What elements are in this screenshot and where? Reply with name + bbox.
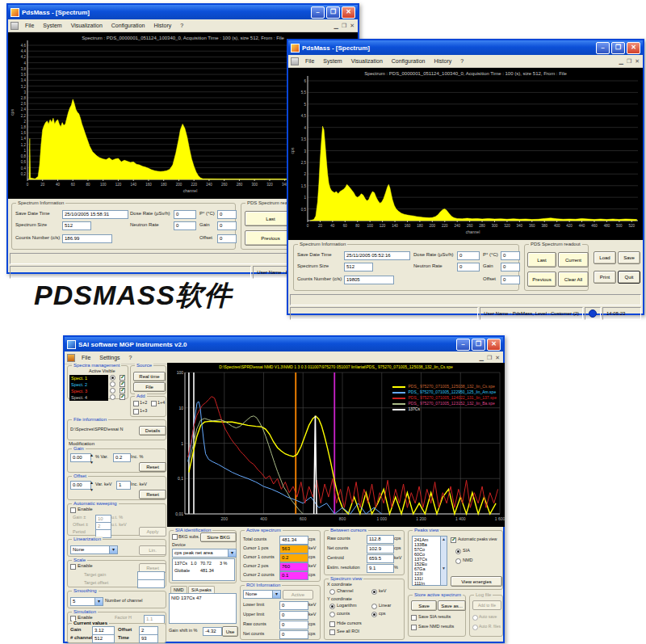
spectrum-size-field[interactable]: 512 xyxy=(62,221,91,230)
print-button[interactable]: Print xyxy=(594,271,616,284)
spect-1-active-radio[interactable] xyxy=(110,375,115,381)
spect-3-row[interactable]: Spect. 3 xyxy=(69,388,108,394)
file-button[interactable]: File xyxy=(133,382,166,392)
add-1-4-checkbox[interactable] xyxy=(151,401,157,406)
offset-field[interactable]: 0 xyxy=(217,234,237,243)
gain-field[interactable]: 0 xyxy=(501,263,520,271)
offset-spinner[interactable]: 0.00 xyxy=(70,481,91,490)
clear-all-button[interactable]: Clear All xyxy=(558,271,589,287)
menu-file[interactable]: File xyxy=(301,57,318,65)
menu-history[interactable]: History xyxy=(149,22,175,29)
hide-cursors-checkbox[interactable] xyxy=(329,621,335,627)
peaks-listbox[interactable]: 241Am133Ba57Co60Co137Cs152Eu67Ga123I131I… xyxy=(412,536,447,586)
mdi-child-buttons[interactable]: ▁ ❐ ✕ xyxy=(619,58,640,65)
gain-spinner[interactable]: 0.00 xyxy=(70,453,91,462)
menu-visualization[interactable]: Visualization xyxy=(347,57,387,65)
counts-number-field[interactable]: 186.99 xyxy=(62,234,112,243)
spect-2-visible-checkbox[interactable] xyxy=(120,381,125,387)
counts-number-field[interactable]: 19805 xyxy=(344,276,394,284)
offset-inc-field[interactable]: 1 xyxy=(116,481,131,490)
channel-radio[interactable] xyxy=(329,589,335,595)
dose-rate-field[interactable]: 0 xyxy=(174,210,196,219)
maximize-button[interactable]: ❐ xyxy=(611,42,625,54)
spect-1-visible-checkbox[interactable] xyxy=(120,375,125,381)
save-date-field[interactable]: 25/11/2005 05:52:16 xyxy=(344,251,410,260)
see-all-roi-checkbox[interactable] xyxy=(329,629,335,635)
gain-shift-field[interactable]: -4.32 xyxy=(203,627,222,636)
automatic-peaks-checkbox[interactable] xyxy=(451,537,456,543)
minimize-button[interactable]: – xyxy=(456,339,470,351)
minimize-button[interactable]: – xyxy=(311,6,325,19)
spect-2-row[interactable]: Spect. 2 xyxy=(69,381,108,388)
maximize-button[interactable]: ❐ xyxy=(472,339,485,351)
menu-help[interactable]: ? xyxy=(176,22,187,29)
gain-inc-field[interactable]: 0.2 xyxy=(113,453,131,462)
menu-file[interactable]: File xyxy=(21,22,38,29)
menu-visualization[interactable]: Visualization xyxy=(67,22,107,29)
lower-limit-field[interactable]: 0 xyxy=(279,601,308,610)
neutron-rate-field[interactable]: 0 xyxy=(457,263,480,271)
counts-radio[interactable] xyxy=(329,612,335,617)
temp-field[interactable]: 0 xyxy=(501,251,520,260)
peaks-scrollbar[interactable]: ▲▼ xyxy=(440,537,447,585)
sia-results-list[interactable]: 137Cs 1.0 70.72 3 % Globale 481.34 xyxy=(172,558,235,581)
menu-settings[interactable]: Settings xyxy=(95,354,124,361)
menu-file[interactable]: File xyxy=(78,354,94,361)
spect-2-active-radio[interactable] xyxy=(110,381,115,387)
add-1-2-checkbox[interactable] xyxy=(133,401,139,406)
smoothing-dropdown[interactable]: 5 xyxy=(70,597,103,606)
sia-radio[interactable] xyxy=(455,549,461,554)
load-button[interactable]: Load xyxy=(594,251,616,264)
close-button[interactable]: ✕ xyxy=(487,339,501,351)
dose-rate-field[interactable]: 0 xyxy=(457,251,480,260)
view-energies-button[interactable]: View energies xyxy=(451,576,502,587)
current-button[interactable]: Current xyxy=(558,252,589,267)
mdi-child-buttons[interactable]: ▁ ❐ ✕ xyxy=(480,355,501,361)
spectrum-size-field[interactable]: 512 xyxy=(344,263,373,271)
roi-dropdown[interactable]: None xyxy=(243,590,281,599)
neutron-rate-field[interactable]: 0 xyxy=(174,221,196,230)
spect-3-active-radio[interactable] xyxy=(110,388,115,394)
offset-reset-button[interactable]: Reset xyxy=(139,490,166,499)
menu-help[interactable]: ? xyxy=(125,354,136,361)
store-save-as-button[interactable]: Save as... xyxy=(438,600,466,611)
menu-configuration[interactable]: Configuration xyxy=(388,57,430,65)
offset-field[interactable]: 0 xyxy=(501,276,520,284)
logarithm-radio[interactable] xyxy=(329,604,335,609)
gain-spinner-arrows[interactable]: ▲▼ xyxy=(90,452,94,466)
kev-radio[interactable] xyxy=(371,589,377,595)
spect-4-active-radio[interactable] xyxy=(110,394,115,400)
menu-help[interactable]: ? xyxy=(456,57,468,65)
nmd-radio[interactable] xyxy=(455,558,461,564)
previous-button[interactable]: Previous xyxy=(527,271,556,287)
titlebar[interactable]: PdsMass - [Spectrum] – ❐ ✕ xyxy=(8,5,358,19)
offset-spinner-arrows[interactable]: ▲▼ xyxy=(90,479,94,494)
linear-radio[interactable] xyxy=(371,604,377,609)
save-date-field[interactable]: 25/10/2005 15:58:31 xyxy=(62,210,128,219)
details-button[interactable]: Details xyxy=(139,426,166,436)
use-button[interactable]: Use xyxy=(222,626,238,637)
scale-enable-checkbox[interactable] xyxy=(70,564,76,570)
spect-3-visible-checkbox[interactable] xyxy=(120,388,125,394)
upper-limit-field[interactable]: 0 xyxy=(279,611,308,620)
cps-radio[interactable] xyxy=(371,612,377,617)
save-sia-checkbox[interactable] xyxy=(411,615,417,621)
spect-4-visible-checkbox[interactable] xyxy=(120,394,125,400)
minimize-button[interactable]: – xyxy=(596,42,610,54)
temp-field[interactable]: 0 xyxy=(217,210,237,219)
store-save-button[interactable]: Save xyxy=(411,600,437,611)
linearization-dropdown[interactable]: None xyxy=(70,545,118,554)
menu-system[interactable]: System xyxy=(39,22,65,29)
close-button[interactable]: ✕ xyxy=(342,6,355,19)
spect-1-row[interactable]: Spect. 1 xyxy=(69,375,108,381)
sia-mode-dropdown[interactable]: cps peak net area xyxy=(172,549,237,558)
titlebar[interactable]: PdsMass - [Spectrum] – ❐ ✕ xyxy=(288,40,643,55)
gain-field[interactable]: 0 xyxy=(217,221,237,230)
maximize-button[interactable]: ❐ xyxy=(326,6,340,19)
quit-button[interactable]: Quit xyxy=(618,271,640,284)
store-bkg-button[interactable]: Store BKG xyxy=(200,532,237,542)
bkg-subs-checkbox[interactable] xyxy=(172,534,178,540)
menu-history[interactable]: History xyxy=(430,57,455,65)
menu-configuration[interactable]: Configuration xyxy=(107,22,149,29)
last-button[interactable]: Last xyxy=(527,252,556,267)
